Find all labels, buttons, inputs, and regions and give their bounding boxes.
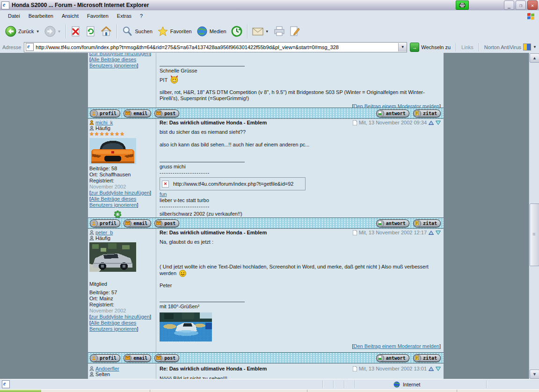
post-michi-sidebar: michi_k Häufig ★★★★★★★ Beiträge: 58 Ort:… xyxy=(88,119,156,218)
icq-flower-icon[interactable] xyxy=(114,211,121,218)
profile-button[interactable]: profil xyxy=(90,109,120,117)
minimize-button[interactable]: _ xyxy=(504,0,514,10)
forward-button[interactable]: ▼ xyxy=(42,25,64,38)
profile-button[interactable]: profil xyxy=(90,354,120,362)
resize-grip[interactable] xyxy=(487,380,539,388)
post-text-line: Na, glaubst du es jetzt : xyxy=(160,239,441,245)
profile-button[interactable]: profil xyxy=(90,219,120,227)
refresh-button[interactable] xyxy=(83,25,98,38)
ignore-user-link[interactable]: [Alle Beiträge dieses xyxy=(89,196,156,202)
quote-button[interactable]: zitat xyxy=(413,219,441,227)
printer-status-icon[interactable] xyxy=(456,0,469,10)
signature-link-fun[interactable]: fun xyxy=(160,191,167,197)
email-button[interactable]: email xyxy=(124,109,151,117)
mail-button[interactable]: ▼ xyxy=(250,26,271,37)
registered-date: November 2002 xyxy=(89,308,156,313)
menu-extras[interactable]: Extras xyxy=(113,12,136,20)
restore-button[interactable]: ❐ xyxy=(516,0,526,10)
registered-label: Registriert: xyxy=(89,178,156,183)
scrollbar-thumb[interactable] xyxy=(530,203,539,266)
menu-help[interactable]: ? xyxy=(136,12,147,20)
report-post-link[interactable]: Den Beitrag einem Moderator melden xyxy=(354,103,439,108)
address-url[interactable]: http://www.tf4u.com/forum/index.php?t=ms… xyxy=(36,44,396,50)
home-button[interactable] xyxy=(98,25,114,38)
status-pane xyxy=(334,380,344,388)
quote-button[interactable]: zitat xyxy=(413,109,441,117)
post-count: Beiträge: 58 xyxy=(89,166,156,171)
vertical-scrollbar[interactable]: ▲ ▼ xyxy=(529,53,539,379)
menu-favoriten[interactable]: Favoriten xyxy=(83,12,113,20)
post-button[interactable]: post xyxy=(154,354,179,362)
reply-button[interactable]: antwort xyxy=(376,109,409,117)
menu-ansicht[interactable]: Ansicht xyxy=(58,12,83,20)
username-link[interactable]: peter_b xyxy=(95,230,113,235)
prev-post-icon[interactable] xyxy=(429,367,434,371)
email-button[interactable]: email xyxy=(124,219,151,227)
address-label: Adresse xyxy=(2,44,21,50)
next-post-icon[interactable] xyxy=(436,121,441,125)
user-group: Mitglied xyxy=(89,281,156,287)
history-button[interactable] xyxy=(229,25,245,38)
report-post-link[interactable]: Den Beitrag einem Moderator melden xyxy=(354,343,439,349)
buddy-add-link[interactable]: [zur Buddyliste hinzufügen] xyxy=(89,53,156,56)
post-text-line: also ich kann das bild sehen...!! auch h… xyxy=(160,142,441,148)
post-date: Mit, 13 November 2002 12:17 xyxy=(359,230,427,236)
print-button[interactable] xyxy=(271,25,287,37)
post-button[interactable]: post xyxy=(154,219,179,227)
ignore-user-link-2[interactable]: Benutzers ignorieren] xyxy=(89,63,156,68)
reply-button[interactable]: antwort xyxy=(376,354,409,362)
post-button[interactable]: post xyxy=(154,109,179,117)
next-post-icon[interactable] xyxy=(436,367,441,371)
ignore-user-link-2[interactable]: Benutzers ignorieren] xyxy=(89,202,156,208)
scroll-up-button[interactable]: ▲ xyxy=(530,53,539,63)
ignore-user-link[interactable]: [Alle Beiträge dieses xyxy=(89,320,156,326)
search-button[interactable]: Suchen xyxy=(119,25,154,38)
internet-globe-icon xyxy=(393,381,400,388)
pit-name: PIT xyxy=(160,77,168,83)
username-link[interactable]: michi_k xyxy=(95,120,113,125)
envelope-icon xyxy=(156,356,161,360)
print-icon xyxy=(274,26,285,36)
signature-line: silber/schwarz 2002 (zu verkaufen!!) xyxy=(160,211,441,217)
menu-bearbeiten[interactable]: Bearbeiten xyxy=(24,12,58,20)
back-button[interactable]: Zurück▼ xyxy=(3,25,42,38)
links-toolbar-label[interactable]: Links xyxy=(461,44,473,50)
quote-page-icon xyxy=(415,221,419,225)
ignore-user-link[interactable]: [Alle Beiträge dieses xyxy=(89,57,156,62)
ignore-user-link-2[interactable]: Benutzers ignorieren] xyxy=(89,326,156,332)
star-rating: ★★★★★★★ xyxy=(89,131,125,137)
media-button[interactable]: Medien xyxy=(194,25,229,38)
address-input[interactable]: e http://www.tf4u.com/forum/index.php?t=… xyxy=(24,42,407,52)
buddy-add-link[interactable]: [zur Buddyliste hinzufügen] xyxy=(89,190,156,196)
buddy-add-link[interactable]: [zur Buddyliste hinzufügen] xyxy=(89,314,156,319)
envelope-icon xyxy=(125,356,130,360)
favorites-button[interactable]: Favoriten xyxy=(155,25,194,38)
norton-antivirus-toolbar[interactable]: Norton AntiVirus ▼ xyxy=(484,44,537,51)
quote-page-icon xyxy=(415,111,419,116)
edit-button[interactable] xyxy=(287,25,302,38)
stop-button[interactable] xyxy=(68,25,83,38)
envelope-icon xyxy=(156,221,161,225)
user-rank: Häufig xyxy=(95,235,110,241)
scroll-down-button[interactable]: ▼ xyxy=(530,370,539,379)
menu-datei[interactable]: Datei xyxy=(4,12,24,20)
prev-post-icon[interactable] xyxy=(429,121,434,125)
address-dropdown-icon[interactable]: ▼ xyxy=(398,43,407,51)
username-link[interactable]: Andoerfler xyxy=(95,366,119,371)
next-post-icon[interactable] xyxy=(436,231,441,235)
window-title: Honda S2000 ... Forum - Microsoft Intern… xyxy=(12,2,149,8)
post-ando: Andoerfler Selten Re: Das wirklich ultim… xyxy=(88,363,444,379)
user-icon xyxy=(89,230,94,235)
start-button-edge[interactable] xyxy=(0,390,41,392)
quote-button[interactable]: zitat xyxy=(413,354,441,362)
post-count: Beiträge: 57 xyxy=(89,290,156,295)
go-button[interactable]: → Wechseln zu xyxy=(410,43,451,52)
reply-button[interactable]: antwort xyxy=(376,219,409,227)
prev-post-icon[interactable] xyxy=(429,231,434,235)
close-button[interactable]: ✕ xyxy=(527,0,538,10)
status-pane xyxy=(344,380,355,388)
signature-dashes: ----------------------- xyxy=(160,203,441,210)
status-zone-pane: Internet xyxy=(355,380,487,388)
email-button[interactable]: email xyxy=(124,354,151,362)
status-main-pane: e xyxy=(0,380,323,388)
